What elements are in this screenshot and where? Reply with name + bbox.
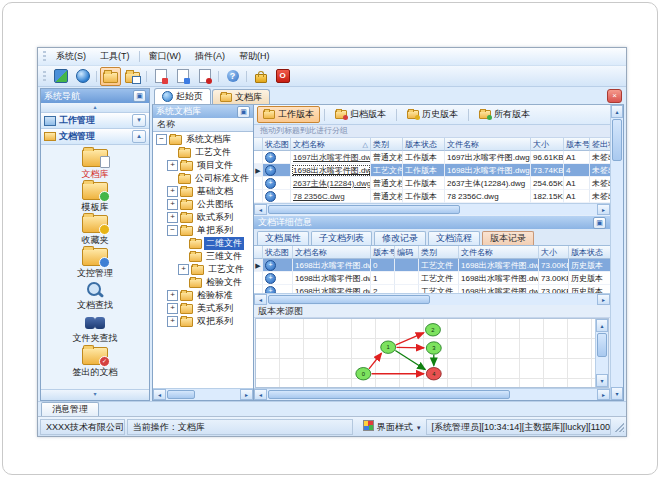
open-library-button[interactable]	[100, 67, 121, 86]
sidebar-item-文档库[interactable]: 文档库	[41, 148, 149, 181]
tree-node-单把系列[interactable]: −单把系列	[153, 224, 253, 237]
tree-hscrollbar[interactable]: ◂ ▸	[153, 388, 253, 400]
detail-tab-修改记录[interactable]: 修改记录	[374, 231, 426, 245]
doc-name-cell[interactable]: 1698出水嘴零件图.dwg	[293, 285, 371, 293]
expand-plus-icon[interactable]: +	[167, 186, 178, 197]
resize-grip[interactable]	[615, 422, 624, 432]
doc-name-cell[interactable]: 1698出水嘴零件图.dwg	[293, 259, 371, 272]
tree-node-双把系列[interactable]: +双把系列	[153, 315, 253, 328]
tree-node-公共图纸[interactable]: +公共图纸	[153, 198, 253, 211]
version-node-4[interactable]: 4	[426, 368, 441, 380]
expand-plus-icon[interactable]: +	[167, 160, 178, 171]
scroll-left-icon[interactable]: ◂	[254, 389, 267, 400]
column-header-版本号[interactable]: 版本号	[371, 246, 395, 259]
scroll-right-icon[interactable]: ▸	[597, 294, 610, 305]
graph-vscrollbar[interactable]: ▴ ▾	[595, 319, 608, 387]
sidebar-item-收藏夹[interactable]: 收藏夹	[41, 214, 149, 247]
scroll-right-icon[interactable]: ▸	[240, 389, 253, 400]
column-header-大小[interactable]: 大小	[539, 246, 569, 259]
scroll-left-icon[interactable]: ◂	[254, 204, 267, 215]
version-node-3[interactable]: 3	[426, 342, 441, 354]
library-grid-button[interactable]	[122, 67, 143, 86]
chevron-up-icon[interactable]: ▴	[132, 130, 146, 143]
sidebar-collapse-strip[interactable]: ▴	[41, 103, 149, 113]
detail-tab-文档流程[interactable]: 文档流程	[428, 231, 480, 245]
detail-tab-文档属性[interactable]: 文档属性	[257, 231, 309, 245]
scroll-left-icon[interactable]: ◂	[153, 389, 166, 400]
collapse-minus-icon[interactable]: −	[156, 134, 167, 145]
column-header-状态图[interactable]: 状态图	[263, 138, 291, 151]
tab-文档库[interactable]: 文档库	[212, 89, 270, 104]
tree-node-工艺文件[interactable]: +工艺文件	[153, 263, 253, 276]
doc-delete-button[interactable]	[194, 67, 215, 86]
detail-tab-子文档列表[interactable]: 子文档列表	[311, 231, 372, 245]
scroll-thumb[interactable]	[597, 333, 607, 357]
work-version-button[interactable]: 工作版本	[257, 106, 320, 123]
tree-node-欧式系列[interactable]: +欧式系列	[153, 211, 253, 224]
pin-icon[interactable]: ▣	[133, 90, 146, 102]
expand-plus-icon[interactable]: +	[167, 303, 178, 314]
column-header-版本状态[interactable]: 版本状态	[403, 138, 445, 151]
column-header-文件名称[interactable]: 文件名称	[459, 246, 539, 259]
scroll-up-icon[interactable]: ▴	[611, 105, 623, 118]
lock-button[interactable]	[250, 67, 271, 86]
help-button[interactable]: ?	[222, 67, 243, 86]
sidebar-item-文控管理[interactable]: 文控管理	[41, 247, 149, 280]
message-management-tab[interactable]: 消息管理	[41, 402, 99, 416]
sidebar-group-文档管理[interactable]: 文档管理▴	[41, 129, 149, 145]
menu-item[interactable]: 插件(A)	[188, 49, 232, 64]
sidebar-item-文档查找[interactable]: 文档查找	[41, 280, 149, 313]
scroll-left-icon[interactable]: ◂	[254, 294, 267, 305]
doc-name-cell[interactable]: 1698出水嘴零件图.dwg	[291, 164, 371, 177]
tree-node-二维文件[interactable]: 二维文件	[153, 237, 253, 250]
version-grid-hscrollbar[interactable]: ◂ ▸	[254, 293, 610, 305]
tree-node-基础文档[interactable]: +基础文档	[153, 185, 253, 198]
tree-node-三维文件[interactable]: 三维文件	[153, 250, 253, 263]
tree-node-系统文档库[interactable]: −系统文档库	[153, 133, 253, 146]
power-button[interactable]: O	[272, 67, 293, 86]
detail-tab-版本记录[interactable]: 版本记录	[482, 231, 534, 245]
version-graph[interactable]: 01234	[256, 319, 595, 387]
scroll-up-icon[interactable]: ▴	[596, 319, 608, 332]
pin-icon[interactable]: ▣	[593, 217, 606, 229]
table-row[interactable]: +1698出水嘴零件图.dwg2工艺文件1698出水嘴零件图.dwg73.00K…	[254, 285, 610, 293]
interface-style-dropdown[interactable]: 界面样式▼	[357, 419, 424, 435]
doc-name-cell[interactable]: 78 2356C.dwg	[291, 190, 371, 203]
chevron-down-icon[interactable]: ▾	[132, 114, 146, 127]
table-row[interactable]: ▶+1698出水嘴零件图.dwg0工艺文件1698出水嘴零件图.dwg73.00…	[254, 259, 610, 272]
scroll-right-icon[interactable]: ▸	[597, 204, 610, 215]
scroll-thumb[interactable]	[268, 295, 430, 304]
column-header-类别[interactable]: 类别	[419, 246, 459, 259]
history-version-button[interactable]: 历史版本	[401, 106, 464, 123]
collapse-minus-icon[interactable]: −	[167, 225, 178, 236]
globe-button[interactable]	[72, 67, 93, 86]
document-grid-hscrollbar[interactable]: ◂ ▸	[254, 203, 610, 215]
tree-node-检验文件[interactable]: 检验文件	[153, 276, 253, 289]
pin-icon[interactable]: ▣	[237, 106, 250, 118]
tree-node-公司标准文件[interactable]: 公司标准文件	[153, 172, 253, 185]
close-icon[interactable]: ×	[607, 89, 622, 103]
column-header-类别[interactable]: 类别	[371, 138, 403, 151]
menu-item[interactable]: 窗口(W)	[142, 49, 189, 64]
column-header-文件名称[interactable]: 文件名称	[445, 138, 531, 151]
tree-column-header[interactable]: 名称	[153, 118, 253, 132]
archive-version-button[interactable]: 归档版本	[329, 106, 392, 123]
table-row[interactable]: +1697出水嘴零件图.dwg普通文档工作版本1697出水嘴零件图.dwg96.…	[254, 151, 610, 164]
column-header-文档名称[interactable]: 文档名称	[293, 246, 371, 259]
menu-item[interactable]: 帮助(H)	[232, 49, 277, 64]
doc-new-button[interactable]	[150, 67, 171, 86]
expand-plus-icon[interactable]: +	[167, 199, 178, 210]
column-header-状态图[interactable]: 状态图	[263, 246, 293, 259]
scroll-thumb[interactable]	[612, 119, 622, 161]
column-header-大小[interactable]: 大小	[531, 138, 564, 151]
scroll-thumb[interactable]	[268, 205, 460, 214]
tab-起始页[interactable]: 起始页	[154, 88, 211, 104]
expand-plus-icon[interactable]: +	[167, 212, 178, 223]
tree-node-检验标准[interactable]: +检验标准	[153, 289, 253, 302]
scroll-thumb[interactable]	[268, 390, 510, 399]
table-row[interactable]: +78 2356C.dwg普通文档工作版本78 2356C.dwg182.15K…	[254, 190, 610, 203]
expand-plus-icon[interactable]: +	[167, 316, 178, 327]
doc-edit-button[interactable]	[172, 67, 193, 86]
graph-hscrollbar[interactable]: ◂ ▸	[254, 388, 610, 400]
scroll-thumb[interactable]	[167, 390, 195, 399]
